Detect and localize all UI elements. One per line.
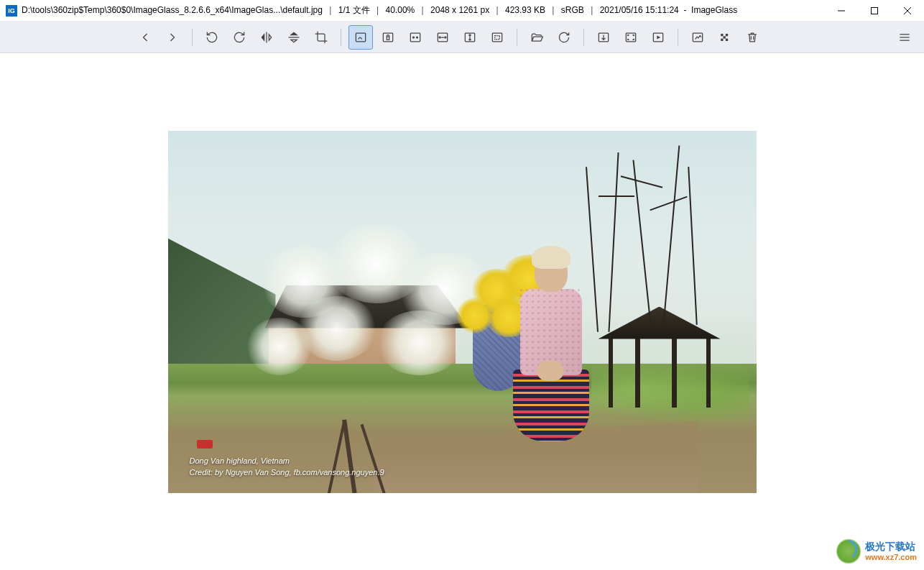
scale-to-width-button[interactable]: [430, 25, 455, 50]
goto-button[interactable]: [591, 25, 616, 50]
svg-marker-17: [657, 35, 660, 39]
toolbar-separator: [517, 29, 517, 46]
auto-zoom-button[interactable]: [348, 25, 373, 50]
app-icon: IG: [6, 5, 17, 17]
file-path: D:\tools\360zip$Temp\360$0\ImageGlass_8.…: [22, 5, 323, 15]
watermark-url: www.xz7.com: [865, 553, 917, 561]
app-name: ImageGlass: [691, 5, 737, 15]
file-count: 1/1 文件: [338, 5, 370, 15]
slideshow-button[interactable]: [646, 25, 670, 50]
crop-button[interactable]: [309, 25, 333, 50]
svg-rect-6: [387, 37, 389, 40]
displayed-image: Dong Van highland, Vietnam Credit: by Ng…: [168, 131, 757, 493]
window-controls: [825, 0, 924, 22]
delete-button[interactable]: [740, 25, 764, 50]
thumbnail-bar-button[interactable]: [685, 25, 710, 50]
file-size: 423.93 KB: [505, 5, 545, 15]
flip-vertical-button[interactable]: [282, 25, 306, 50]
site-watermark: 极光下载站 www.xz7.com: [836, 538, 917, 564]
lock-zoom-button[interactable]: [376, 25, 400, 50]
toolbar-separator: [192, 29, 193, 46]
zoom-level: 40.00%: [386, 5, 415, 15]
actual-size-button[interactable]: [403, 25, 428, 50]
watermark-logo-icon: [836, 538, 861, 564]
minimize-button[interactable]: [825, 0, 858, 22]
svg-rect-5: [383, 33, 392, 42]
prev-image-button[interactable]: [133, 25, 157, 50]
caption-line-1: Dong Van highland, Vietnam: [190, 455, 384, 467]
toolbar-separator: [341, 29, 341, 46]
svg-rect-12: [492, 33, 502, 42]
maximize-button[interactable]: [858, 0, 891, 22]
svg-rect-19: [721, 34, 723, 36]
svg-rect-7: [410, 33, 420, 42]
svg-rect-22: [721, 38, 723, 40]
rotate-ccw-button[interactable]: [200, 25, 224, 50]
flip-horizontal-button[interactable]: [254, 25, 279, 50]
window-titlebar: IG D:\tools\360zip$Temp\360$0\ImageGlass…: [0, 0, 924, 22]
svg-point-9: [416, 37, 417, 38]
color-space: sRGB: [561, 5, 584, 15]
svg-rect-23: [725, 38, 727, 40]
toolbar-separator: [583, 29, 584, 46]
toolbar-separator: [678, 29, 678, 46]
next-image-button[interactable]: [160, 25, 185, 50]
image-viewport[interactable]: Dong Van highland, Vietnam Credit: by Ng…: [0, 53, 924, 570]
watermark-title: 极光下载站: [865, 541, 917, 552]
svg-rect-1: [872, 7, 878, 14]
svg-rect-15: [626, 33, 635, 42]
caption-line-2: Credit: by Nguyen Van Song, fb.com/vanso…: [190, 466, 384, 479]
main-toolbar: [0, 22, 924, 53]
scale-to-fit-button[interactable]: [485, 25, 509, 50]
checkerboard-button[interactable]: [713, 25, 737, 50]
image-caption: Dong Van highland, Vietnam Credit: by Ng…: [190, 455, 384, 479]
rotate-cw-button[interactable]: [227, 25, 251, 50]
image-dimensions: 2048 x 1261 px: [430, 5, 489, 15]
svg-rect-21: [723, 36, 725, 38]
scale-to-height-button[interactable]: [458, 25, 482, 50]
fullscreen-button[interactable]: [619, 25, 643, 50]
titlebar-text: D:\tools\360zip$Temp\360$0\ImageGlass_8.…: [22, 4, 825, 17]
open-file-button[interactable]: [525, 25, 549, 50]
svg-point-8: [412, 37, 414, 38]
svg-rect-20: [725, 34, 727, 36]
file-datetime: 2021/05/16 15:11:24: [600, 5, 679, 15]
refresh-button[interactable]: [552, 25, 576, 50]
main-menu-button[interactable]: [892, 25, 917, 50]
svg-rect-13: [494, 35, 499, 39]
close-button[interactable]: [891, 0, 924, 22]
